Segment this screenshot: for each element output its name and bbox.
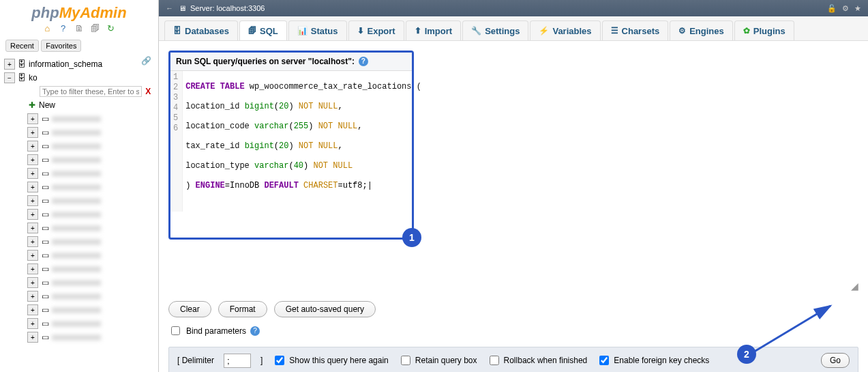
tab-plugins[interactable]: ✿Plugins <box>734 20 794 40</box>
tab-label: Charsets <box>622 26 660 36</box>
show-again-label: Show this query here again <box>289 356 388 365</box>
logo[interactable]: phpMyAdmin <box>0 0 158 23</box>
tree-item-blurred[interactable]: +▭xxxxxxxxxxxx <box>3 208 155 221</box>
database-tree[interactable]: 🔗 + 🗄 information_schema − 🗄 ko X ✚ New … <box>0 55 158 372</box>
format-button[interactable]: Format <box>218 301 267 317</box>
tree-item-blurred[interactable]: +▭xxxxxxxxxxxx <box>3 126 155 139</box>
new-icon: ✚ <box>27 100 37 110</box>
fk-checkbox[interactable] <box>599 356 609 365</box>
doc-icon[interactable]: 🗎 <box>74 23 85 34</box>
tree-item-blurred[interactable]: +▭xxxxxxxxxxxx <box>3 112 155 126</box>
tree-item-blurred[interactable]: +▭xxxxxxxxxxxx <box>3 248 155 262</box>
line-gutter: 1 2 3 4 5 6 <box>170 71 183 212</box>
server-name: localhost:3306 <box>217 4 265 12</box>
tree-item-blurred[interactable]: +▭xxxxxxxxxxxx <box>3 167 155 180</box>
tree-item-blurred[interactable]: +▭xxxxxxxxxxxx <box>3 194 155 208</box>
expand-icon[interactable]: + <box>27 223 38 233</box>
filter-clear-icon[interactable]: X <box>145 87 151 96</box>
tree-filter-input[interactable] <box>40 86 142 97</box>
tree-item-blurred[interactable]: +▭xxxxxxxxxxxx <box>3 276 155 289</box>
expand-icon[interactable]: + <box>27 209 38 220</box>
server-icon: 🖥 <box>179 4 186 12</box>
help-icon[interactable]: ? <box>58 23 69 34</box>
tab-sql[interactable]: 🗐SQL <box>239 20 287 40</box>
tree-item-blurred[interactable]: +▭xxxxxxxxxxxx <box>3 180 155 194</box>
tree-item-blurred[interactable]: +▭xxxxxxxxxxxx <box>3 235 155 248</box>
tree-item-blurred[interactable]: +▭xxxxxxxxxxxx <box>3 139 155 153</box>
logo-part-php: php <box>31 4 59 21</box>
collapse-icon[interactable]: − <box>4 72 15 83</box>
expand-icon[interactable]: + <box>27 291 38 302</box>
tree-item-blurred[interactable]: +▭xxxxxxxxxxxx <box>3 303 155 317</box>
go-button[interactable]: Go <box>821 353 850 368</box>
tab-databases[interactable]: 🗄Databases <box>164 20 238 40</box>
tree-item-blurred[interactable]: +▭xxxxxxxxxxxx <box>3 262 155 276</box>
bind-parameters-checkbox[interactable] <box>171 326 180 335</box>
expand-icon[interactable]: + <box>27 263 38 274</box>
expand-icon[interactable]: + <box>27 250 38 261</box>
tab-status[interactable]: 📊Status <box>288 20 347 40</box>
database-icon: 🗄 <box>17 73 27 83</box>
tab-settings[interactable]: 🔧Settings <box>462 20 528 40</box>
tab-bar: 🗄Databases 🗐SQL 📊Status ⬇Export ⬆Import … <box>159 16 868 41</box>
server-bar: ← 🖥 Server: localhost:3306 🔓 ⚙ ★ <box>159 0 868 16</box>
expand-icon[interactable]: + <box>4 59 15 70</box>
expand-icon[interactable]: + <box>27 168 38 179</box>
star-icon[interactable]: ★ <box>854 4 861 13</box>
expand-icon[interactable]: + <box>27 113 38 124</box>
tree-item-ko[interactable]: − 🗄 ko <box>3 71 155 85</box>
expand-icon[interactable]: + <box>27 127 38 138</box>
tree-item-new[interactable]: ✚ New <box>3 98 155 112</box>
expand-icon[interactable]: + <box>27 195 38 206</box>
expand-icon[interactable]: + <box>27 277 38 288</box>
expand-icon[interactable]: + <box>27 154 38 165</box>
rollback-checkbox[interactable] <box>490 356 499 365</box>
tab-charsets[interactable]: ☰Charsets <box>602 20 669 40</box>
autosaved-button[interactable]: Get auto-saved query <box>274 301 376 317</box>
sql-code[interactable]: CREATE TABLE wp_woocommerce_tax_rate_loc… <box>183 71 424 212</box>
gear-icon[interactable]: ⚙ <box>842 4 849 13</box>
expand-icon[interactable]: + <box>27 318 38 329</box>
lock-icon[interactable]: 🔓 <box>827 4 837 13</box>
sql-icon[interactable]: 🗐 <box>89 23 100 34</box>
clear-button[interactable]: Clear <box>168 301 211 317</box>
tab-engines[interactable]: ⚙Engines <box>670 20 733 40</box>
table-icon: ▭ <box>40 251 50 260</box>
delimiter-input[interactable] <box>224 354 251 368</box>
sql-editor[interactable]: 1 2 3 4 5 6 CREATE TABLE wp_woocommerce_… <box>170 71 412 212</box>
query-header: Run SQL query/queries on server "localho… <box>170 53 412 71</box>
tree-label-new: New <box>39 100 55 110</box>
expand-icon[interactable]: + <box>27 141 38 152</box>
help-icon[interactable]: ? <box>359 57 368 66</box>
recent-button[interactable]: Recent <box>5 40 39 52</box>
tree-item-information-schema[interactable]: + 🗄 information_schema <box>3 57 155 71</box>
refresh-icon[interactable]: ↻ <box>106 23 117 34</box>
expand-icon[interactable]: + <box>27 304 38 315</box>
resize-handle-icon[interactable]: ◢ <box>851 281 858 291</box>
expand-icon[interactable]: + <box>27 332 38 343</box>
tab-variables[interactable]: ⚡Variables <box>530 20 600 40</box>
database-icon: 🗄 <box>17 59 27 69</box>
tree-item-blurred[interactable]: +▭xxxxxxxxxxxx <box>3 153 155 167</box>
retain-checkbox[interactable] <box>401 356 410 365</box>
tree-item-blurred[interactable]: +▭xxxxxxxxxxxx <box>3 289 155 303</box>
tab-import[interactable]: ⬆Import <box>406 20 461 40</box>
nav-back-icon[interactable]: ← <box>166 4 173 12</box>
favorites-button[interactable]: Favorites <box>41 40 81 52</box>
home-icon[interactable]: ⌂ <box>42 23 53 34</box>
tree-item-blurred[interactable]: +▭xxxxxxxxxxxx <box>3 330 155 344</box>
table-icon: ▭ <box>40 278 50 287</box>
table-icon: ▭ <box>40 223 50 233</box>
tree-item-blurred[interactable]: +▭xxxxxxxxxxxx <box>3 221 155 235</box>
expand-icon[interactable]: + <box>27 182 38 192</box>
link-icon[interactable]: 🔗 <box>141 56 151 66</box>
sql-icon: 🗐 <box>248 26 256 35</box>
expand-icon[interactable]: + <box>27 236 38 247</box>
show-again-checkbox[interactable] <box>275 356 284 365</box>
tab-export[interactable]: ⬇Export <box>348 20 404 40</box>
tree-item-blurred[interactable]: +▭xxxxxxxxxxxx <box>3 317 155 330</box>
delimiter-label-open: [ Delimiter <box>177 356 214 365</box>
help-icon[interactable]: ? <box>250 326 260 336</box>
table-icon: ▭ <box>40 210 50 219</box>
server-label-prefix: Server: <box>190 4 214 12</box>
